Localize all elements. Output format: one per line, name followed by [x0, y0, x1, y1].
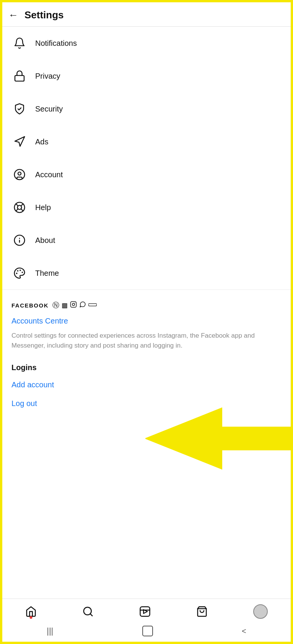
instagram-app-icon [70, 301, 77, 310]
megaphone-icon [11, 134, 28, 150]
svg-marker-20 [145, 408, 291, 469]
messenger-app-icon: ▩ [62, 301, 68, 309]
arrow-annotation [2, 408, 291, 477]
page-title: Settings [24, 9, 64, 21]
svg-point-2 [18, 172, 21, 175]
facebook-brand-label: FACEBOOK [11, 302, 49, 309]
settings-header: ← Settings [2, 2, 291, 27]
settings-item-about[interactable]: About [2, 224, 291, 257]
home-system-icon[interactable] [142, 626, 153, 636]
nav-shop[interactable] [196, 606, 208, 617]
phone-wrapper: ← Settings Notifications Privacy [0, 0, 293, 644]
back-button[interactable]: ← [8, 9, 18, 21]
settings-item-security[interactable]: Security [2, 92, 291, 125]
meta-app-icon [88, 302, 97, 308]
svg-line-22 [90, 614, 92, 616]
svg-point-13 [22, 272, 23, 272]
info-circle-icon [11, 232, 28, 248]
ads-label: Ads [35, 138, 48, 146]
settings-item-theme[interactable]: Theme [2, 257, 291, 290]
security-label: Security [35, 105, 63, 113]
svg-rect-16 [71, 301, 77, 307]
home-notification-dot [29, 616, 32, 619]
svg-line-7 [21, 204, 23, 206]
accounts-centre-link[interactable]: Accounts Centre [11, 317, 282, 325]
facebook-app-icons: Ⓝ ▩ [52, 301, 97, 310]
accounts-centre-description: Control settings for connected experienc… [11, 331, 282, 351]
add-account-link[interactable]: Add account [11, 380, 282, 389]
whatsapp-app-icon [79, 301, 86, 310]
search-icon [82, 606, 94, 617]
bell-icon [11, 35, 28, 51]
svg-point-18 [75, 303, 75, 303]
settings-item-privacy[interactable]: Privacy [2, 60, 291, 92]
palette-icon [11, 265, 28, 281]
shop-icon [196, 606, 208, 617]
bottom-nav [2, 599, 291, 622]
svg-line-5 [16, 204, 18, 206]
svg-line-8 [16, 209, 18, 211]
about-label: About [35, 236, 55, 245]
nav-search[interactable] [82, 606, 94, 617]
system-nav: ||| < [2, 622, 291, 642]
settings-list: Notifications Privacy Security [2, 27, 291, 599]
facebook-section: FACEBOOK Ⓝ ▩ [2, 290, 291, 351]
settings-item-help[interactable]: Help [2, 191, 291, 224]
svg-point-1 [15, 170, 25, 180]
svg-point-14 [18, 270, 18, 271]
settings-item-account[interactable]: Account [2, 158, 291, 191]
svg-line-6 [21, 209, 23, 211]
back-system-icon[interactable]: < [242, 627, 246, 636]
svg-point-17 [72, 303, 75, 306]
logins-title: Logins [11, 363, 282, 372]
nav-reels[interactable] [139, 606, 151, 617]
svg-rect-0 [15, 76, 24, 81]
svg-rect-23 [140, 607, 150, 616]
lock-icon [11, 68, 28, 84]
svg-point-12 [20, 270, 20, 270]
profile-avatar [253, 604, 268, 619]
notifications-label: Notifications [35, 39, 77, 48]
privacy-label: Privacy [35, 72, 60, 81]
theme-label: Theme [35, 269, 59, 278]
recent-apps-icon[interactable]: ||| [47, 626, 53, 636]
lifebuoy-icon [11, 199, 28, 215]
nav-profile[interactable] [253, 604, 268, 619]
shield-icon [11, 101, 28, 117]
settings-item-ads[interactable]: Ads [2, 125, 291, 158]
nav-home[interactable] [25, 606, 37, 617]
svg-rect-19 [88, 304, 97, 306]
facebook-brand-row: FACEBOOK Ⓝ ▩ [11, 301, 282, 310]
person-circle-icon [11, 167, 28, 183]
settings-item-notifications[interactable]: Notifications [2, 27, 291, 60]
reels-icon [139, 606, 151, 617]
account-label: Account [35, 170, 63, 179]
svg-point-15 [16, 273, 17, 273]
home-icon [25, 606, 37, 617]
help-label: Help [35, 203, 51, 212]
facebook-app-icon: Ⓝ [52, 301, 59, 310]
